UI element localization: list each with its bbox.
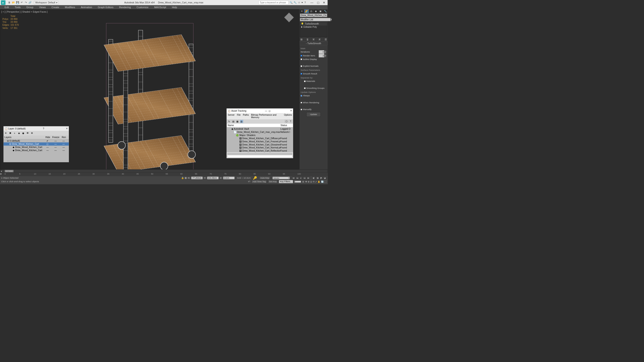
time-config-button[interactable]: ⊞ bbox=[302, 180, 304, 183]
menu-maxscript[interactable]: MAXScript bbox=[154, 6, 166, 8]
update-button[interactable]: Update bbox=[306, 112, 321, 117]
spinner-arrows[interactable]: ▴▾ bbox=[324, 50, 326, 54]
nav-icon-1[interactable]: ◧ bbox=[312, 177, 315, 179]
freeze-layer-icon[interactable]: ❄ bbox=[30, 131, 34, 135]
redo-icon[interactable]: ↷ bbox=[24, 1, 28, 4]
remove-modifier-button[interactable]: ✗ bbox=[318, 38, 321, 41]
show-end-result-button[interactable]: ‖ bbox=[306, 38, 309, 41]
viewnav-icon-5[interactable]: ⤢ bbox=[315, 180, 317, 183]
scroll-left-icon[interactable]: ◂ bbox=[0, 170, 2, 173]
materials-checkbox[interactable] bbox=[304, 80, 306, 82]
refresh-icon[interactable]: ↻ bbox=[228, 120, 231, 123]
configure-button[interactable]: ☰ bbox=[324, 38, 327, 41]
always-radio[interactable] bbox=[301, 95, 302, 96]
tab-motion[interactable]: ◉ bbox=[314, 9, 318, 13]
maximize-button[interactable]: ◻ bbox=[268, 109, 271, 112]
nav-icon-2[interactable]: ◨ bbox=[316, 177, 319, 179]
workspace-selector[interactable]: Workspace: Default ▾ bbox=[34, 1, 59, 4]
menu-create[interactable]: Create bbox=[52, 6, 59, 8]
horizontal-scrollbar[interactable] bbox=[227, 153, 292, 155]
tab-modify[interactable]: 🌈 bbox=[304, 9, 309, 13]
menu-customize[interactable]: Customize bbox=[136, 6, 148, 8]
tools-icon[interactable]: 🔧 bbox=[294, 1, 296, 4]
smoothing-groups-checkbox[interactable] bbox=[304, 87, 306, 89]
menu-animation[interactable]: Animation bbox=[81, 6, 92, 8]
viewnav-icon-3[interactable]: ◎ bbox=[310, 180, 312, 183]
key-icon[interactable]: 🔑 bbox=[253, 176, 257, 180]
asset-dialog-title[interactable]: 📋 Asset Tracking — ◻ × bbox=[227, 108, 293, 113]
view-icon-1[interactable]: ▤ bbox=[232, 120, 235, 123]
star-icon[interactable]: ☆ bbox=[298, 1, 300, 4]
tab-create[interactable]: ✳ bbox=[300, 9, 304, 13]
asset-tracking-dialog[interactable]: 📋 Asset Tracking — ◻ × Server File Paths… bbox=[227, 108, 293, 158]
z-coord-input[interactable] bbox=[223, 177, 234, 179]
render-iters-checkbox[interactable] bbox=[301, 55, 302, 56]
timeline-config-icon[interactable]: ⊞ bbox=[0, 173, 4, 175]
prev-frame-button[interactable]: ◂◂ bbox=[296, 177, 299, 179]
link-icon[interactable]: 🔗 bbox=[28, 1, 32, 4]
lightbulb-icon[interactable]: 💡 bbox=[301, 22, 304, 25]
time-slider[interactable]: ◂ 0 / 100 bbox=[0, 169, 328, 173]
info-icon[interactable]: ⓘ bbox=[285, 120, 288, 123]
autokey-button[interactable]: Auto Key bbox=[259, 176, 270, 180]
x-coord-input[interactable] bbox=[191, 177, 203, 179]
asset-menu-server[interactable]: Server bbox=[228, 114, 234, 119]
viewcube[interactable] bbox=[283, 12, 295, 23]
highlight-layer-icon[interactable]: ◉ bbox=[22, 131, 25, 135]
delete-layer-icon[interactable]: ✖ bbox=[8, 131, 12, 135]
snap-icon[interactable]: ▦ bbox=[185, 177, 187, 179]
layer-dialog[interactable]: 📋 Layer: 0 (default) ? × ✳ ✖ ＋ ◈ ◉ 👁 ❄ L… bbox=[4, 126, 69, 162]
select-layer-icon[interactable]: ◈ bbox=[18, 131, 20, 135]
asset-menu-file[interactable]: File bbox=[237, 114, 240, 119]
y-coord-input[interactable] bbox=[207, 177, 219, 179]
modifier-stack[interactable]: 💡TurboSmooth ■Editable Poly bbox=[300, 22, 327, 37]
menu-rendering[interactable]: Rendering bbox=[119, 6, 131, 8]
viewnav-icon-7[interactable]: 🔄 bbox=[321, 180, 324, 183]
asset-menu-paths[interactable]: Paths bbox=[243, 114, 249, 119]
maximize-button[interactable]: ◻ bbox=[317, 1, 320, 4]
make-unique-button[interactable]: ∀ bbox=[312, 38, 315, 41]
open-icon[interactable]: 📂 bbox=[12, 1, 15, 4]
rollout-header[interactable]: - TurboSmooth bbox=[300, 41, 328, 45]
view-icon-3[interactable]: ▥ bbox=[240, 120, 243, 123]
viewnav-icon-1[interactable]: ✥ bbox=[305, 180, 307, 183]
undo-icon[interactable]: ↶ bbox=[20, 1, 24, 4]
hide-layer-icon[interactable]: 👁 bbox=[26, 131, 29, 135]
next-frame-button[interactable]: ▸▸ bbox=[303, 177, 306, 179]
object-name-field[interactable] bbox=[300, 14, 327, 17]
asset-menu-options[interactable]: Options bbox=[284, 114, 292, 119]
app-icon[interactable]: ▸ bbox=[1, 0, 6, 5]
help-icon[interactable]: ? bbox=[289, 120, 292, 123]
tab-utilities[interactable]: 🔧 bbox=[323, 9, 328, 13]
viewnav-icon-4[interactable]: ⟲ bbox=[313, 180, 314, 183]
new-icon[interactable]: 🗎 bbox=[8, 1, 11, 4]
render-iters-spinner[interactable] bbox=[319, 54, 324, 57]
help-icon[interactable]: ? bbox=[304, 1, 306, 4]
star-icon-2[interactable]: ✦ bbox=[301, 1, 303, 4]
tab-display[interactable]: ▣ bbox=[318, 9, 323, 13]
add-time-tag-button[interactable]: Add Time Tag bbox=[252, 180, 267, 183]
menu-tools[interactable]: Tools bbox=[15, 6, 20, 8]
close-button[interactable]: × bbox=[290, 109, 292, 112]
layer-dialog-title[interactable]: 📋 Layer: 0 (default) ? × bbox=[4, 126, 69, 131]
keyfilters-button[interactable]: Key Filters... bbox=[279, 180, 293, 183]
menu-help[interactable]: Help bbox=[172, 6, 177, 8]
close-button[interactable]: ✕ bbox=[323, 1, 325, 4]
goto-end-button[interactable]: ⏭ bbox=[307, 177, 310, 179]
manually-radio[interactable] bbox=[301, 109, 302, 110]
menu-graph-editors[interactable]: Graph Editors bbox=[98, 6, 113, 8]
asset-menu-bitmap[interactable]: Bitmap Performance and Memory bbox=[251, 114, 282, 119]
viewnav-icon-2[interactable]: ⊕ bbox=[308, 180, 310, 183]
pin-stack-button[interactable]: ⊟ bbox=[300, 38, 303, 41]
time-ruler[interactable]: ⊞ 05101520253035404550556065707580859095… bbox=[0, 173, 328, 176]
chevron-down-icon[interactable]: ▾ bbox=[331, 18, 332, 21]
setkey-button[interactable]: Set Key bbox=[268, 180, 278, 183]
minimize-button[interactable]: — bbox=[310, 1, 313, 4]
frame-input[interactable] bbox=[294, 181, 301, 183]
menu-views[interactable]: Views bbox=[39, 6, 46, 8]
minimize-button[interactable]: — bbox=[265, 110, 267, 112]
viewnav-icon-8[interactable]: ⛶ bbox=[324, 180, 327, 183]
time-tag-icon[interactable]: 🏷 bbox=[248, 180, 250, 183]
spinner-arrows[interactable]: ▴▾ bbox=[324, 54, 326, 57]
when-rendering-radio[interactable] bbox=[301, 102, 302, 103]
